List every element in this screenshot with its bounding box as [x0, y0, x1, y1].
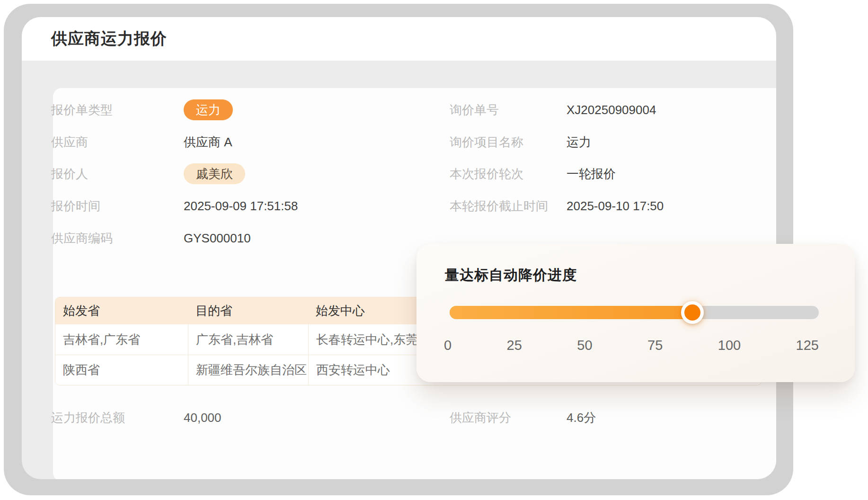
- field-value: 供应商 A: [184, 134, 232, 151]
- field-quote-time: 报价时间 2025-09-09 17:51:58: [51, 196, 411, 216]
- field-value: 一轮报价: [567, 166, 616, 182]
- field-total-quote: 运力报价总额 40,000: [51, 407, 411, 428]
- progress-slider[interactable]: [450, 306, 819, 319]
- field-value: XJ20250909004: [567, 103, 656, 117]
- field-value: GYS000010: [184, 231, 251, 246]
- slider-tick-labels: 0 25 50 75 100 125: [444, 338, 819, 353]
- field-label: 供应商: [51, 134, 88, 151]
- field-value: 2025-09-10 17:50: [567, 199, 664, 214]
- field-supplier-score: 供应商评分 4.6分: [450, 407, 762, 428]
- slider-fill: [450, 306, 692, 319]
- screenshot-stage: 供应商运力报价 报价单类型 运力 供应商 供应商 A 报价人 戚美欣 报价时间 …: [0, 0, 868, 500]
- field-inquiry-no: 询价单号 XJ20250909004: [450, 99, 762, 120]
- tick-label: 100: [718, 338, 741, 353]
- field-supplier: 供应商 供应商 A: [51, 132, 411, 152]
- field-value: 4.6分: [567, 410, 596, 426]
- cell-dest-province: 新疆维吾尔族自治区: [188, 355, 308, 385]
- tick-label: 25: [507, 338, 522, 353]
- slider-thumb-handle[interactable]: [681, 301, 704, 324]
- field-label: 运力报价总额: [51, 410, 125, 426]
- field-quote-type: 报价单类型 运力: [51, 99, 411, 120]
- field-inquiry-project: 询价项目名称 运力: [450, 132, 762, 152]
- col-header-dest-province: 目的省: [188, 303, 308, 319]
- field-value: 戚美欣: [184, 163, 245, 184]
- tick-label: 75: [647, 338, 663, 353]
- cell-origin-province: 陕西省: [55, 362, 188, 378]
- field-label: 供应商编码: [51, 230, 113, 247]
- popup-title: 量达标自动降价进度: [445, 266, 577, 285]
- page-title: 供应商运力报价: [22, 28, 167, 50]
- col-header-origin-province: 始发省: [55, 303, 188, 319]
- field-label: 本轮报价截止时间: [450, 198, 548, 214]
- field-value: 运力: [184, 99, 233, 120]
- field-label: 本次报价轮次: [450, 166, 523, 182]
- field-value: 40,000: [184, 411, 221, 425]
- cell-origin-province: 吉林省,广东省: [55, 331, 188, 348]
- tick-label: 0: [444, 338, 452, 353]
- tick-label: 125: [796, 338, 819, 353]
- field-quoter: 报价人 戚美欣: [51, 163, 411, 184]
- tick-label: 50: [577, 338, 592, 353]
- field-supplier-code: 供应商编码 GYS000010: [51, 228, 411, 249]
- field-label: 报价人: [51, 166, 88, 182]
- field-label: 供应商评分: [450, 410, 511, 426]
- cell-dest-province: 广东省,吉林省: [188, 324, 308, 355]
- field-label: 询价项目名称: [450, 134, 523, 151]
- page-header: 供应商运力报价: [22, 17, 776, 61]
- quote-type-badge: 运力: [184, 99, 233, 120]
- field-label: 询价单号: [450, 102, 499, 118]
- field-label: 报价单类型: [51, 102, 113, 118]
- field-value: 运力: [567, 134, 591, 151]
- quoter-badge: 戚美欣: [184, 163, 245, 184]
- field-value: 2025-09-09 17:51:58: [184, 199, 298, 214]
- auto-price-reduction-popup: 量达标自动降价进度 0 25 50 75 100 125: [416, 244, 855, 382]
- field-label: 报价时间: [51, 198, 100, 214]
- field-round-deadline: 本轮报价截止时间 2025-09-10 17:50: [450, 196, 762, 216]
- field-quote-round: 本次报价轮次 一轮报价: [450, 163, 762, 184]
